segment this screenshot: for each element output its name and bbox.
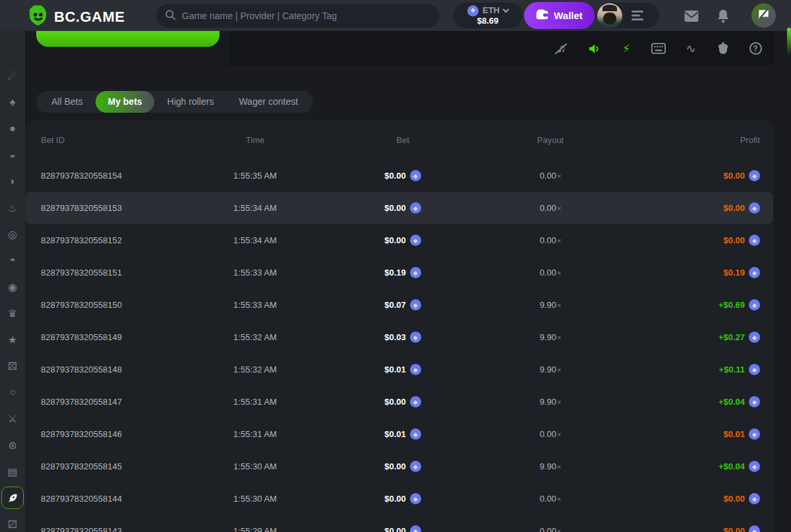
time-cell: 1:55:30 AM	[186, 494, 324, 504]
music-off-icon[interactable]: ♫	[554, 42, 569, 56]
bet-amount-cell: $0.01◆	[324, 429, 481, 440]
notifications-bell-icon[interactable]	[715, 7, 732, 24]
payout-cell: 9.90×	[481, 300, 620, 310]
user-avatar[interactable]	[597, 3, 622, 28]
profit-cell: $0.00◆	[620, 493, 760, 504]
profit-cell: $0.00◆	[620, 525, 760, 532]
wallet-button[interactable]: Wallet	[524, 2, 595, 29]
eth-coin-icon: ◆	[749, 299, 760, 310]
sidebar-item-box-dice-game-icon[interactable]: ⚄	[0, 353, 25, 379]
live-stats-icon[interactable]: ∿	[684, 42, 698, 56]
sidebar-item-crash-comet-game-icon[interactable]: ☄	[0, 63, 25, 89]
sidebar-item-ufo-game-icon[interactable]: ⊛	[0, 432, 25, 458]
page-scrollbar-thumb[interactable]	[787, 28, 791, 55]
column-header-bet-id: Bet ID	[41, 135, 186, 145]
turbo-bets-icon[interactable]: ⚡	[619, 42, 633, 56]
eth-coin-icon: ◆	[467, 5, 479, 16]
help-icon[interactable]: ?	[748, 42, 763, 56]
sidebar-item-rocket-game-icon[interactable]	[0, 485, 25, 511]
tab-high-rollers[interactable]: High rollers	[156, 91, 226, 113]
chevron-down-icon	[503, 7, 510, 13]
tab-all-bets[interactable]: All Bets	[40, 91, 94, 113]
bet-id-cell: 82879378320558149	[41, 332, 186, 342]
table-row[interactable]: 828793783205581491:55:32 AM$0.03◆9.90×+$…	[25, 321, 773, 353]
bet-amount-cell: $0.00◆	[324, 461, 481, 472]
eth-coin-icon: ◆	[749, 364, 760, 375]
sidebar-item-wheel-game-icon[interactable]: ◎	[0, 221, 25, 247]
sound-on-icon[interactable]	[587, 42, 601, 56]
profile-group	[597, 3, 659, 28]
sidebar-item-keno-ball-game-icon[interactable]: ○	[0, 379, 25, 405]
fruit-game-icon: ◗	[1, 170, 24, 192]
table-row[interactable]: 828793783205581501:55:33 AM$0.07◆9.90×+$…	[25, 289, 773, 321]
profit-cell: $0.00◆	[620, 170, 760, 181]
sidebar-item-cards-game-icon[interactable]: ♠	[0, 89, 25, 115]
payout-cell: 0.00×	[481, 494, 620, 504]
eth-coin-icon: ◆	[749, 429, 760, 440]
payout-cell: 9.90×	[481, 461, 620, 471]
sidebar-item-fruit-game-icon[interactable]: ◗	[0, 168, 25, 194]
bet-slip-icon[interactable]	[631, 11, 643, 20]
helmet-game-icon: ◒	[1, 144, 24, 166]
fountain-game-icon: ♨	[1, 196, 24, 219]
sidebar-item-dice-game-icon[interactable]: ⚂	[0, 511, 25, 532]
bet-id-cell: 82879378320558143	[41, 526, 186, 532]
keno-ball-game-icon: ○	[1, 381, 24, 403]
tab-my-bets[interactable]: My bets	[96, 91, 154, 113]
bet-button[interactable]	[36, 31, 220, 47]
table-row[interactable]: 828793783205581461:55:31 AM$0.01◆0.00×$0…	[25, 418, 773, 450]
sidebar-item-sword-game-icon[interactable]: ⚔	[0, 405, 25, 432]
sidebar-item-helmet-game-icon[interactable]: ◒	[0, 142, 25, 168]
wallet-icon	[536, 9, 548, 22]
time-cell: 1:55:29 AM	[186, 526, 324, 532]
sidebar-item-coins-game-icon[interactable]: ◉	[0, 274, 25, 300]
tab-wager-contest[interactable]: Wager contest	[227, 91, 310, 113]
eth-coin-icon: ◆	[749, 493, 760, 504]
search-icon	[165, 9, 176, 23]
sidebar-item-crown-game-icon[interactable]: ♛	[0, 300, 25, 326]
column-header-bet: Bet	[324, 135, 481, 145]
profit-cell: $0.19◆	[620, 267, 760, 278]
chat-bubble-slash-icon	[757, 8, 770, 23]
currency-selector[interactable]: ◆ ETH $8.69	[454, 3, 522, 28]
table-row[interactable]: 828793783205581481:55:32 AM$0.01◆9.90×+$…	[25, 353, 773, 386]
sidebar-item-fountain-game-icon[interactable]: ♨	[0, 194, 25, 221]
dice-game-icon: ⚂	[1, 513, 24, 532]
bet-amount-cell: $0.00◆	[324, 170, 481, 181]
game-toolbar: ♫⚡∿?	[554, 31, 763, 66]
table-row[interactable]: 828793783205581531:55:34 AM$0.00◆0.00×$0…	[25, 192, 773, 224]
time-cell: 1:55:34 AM	[186, 235, 324, 245]
eth-coin-icon: ◆	[749, 525, 760, 532]
table-row[interactable]: 828793783205581521:55:34 AM$0.00◆0.00×$0…	[25, 224, 773, 256]
seeds-icon[interactable]	[716, 42, 730, 56]
eth-coin-icon: ◆	[410, 332, 421, 343]
bet-id-cell: 82879378320558151	[41, 268, 186, 278]
table-row[interactable]: 828793783205581541:55:35 AM$0.00◆0.00×$0…	[25, 160, 773, 192]
profit-cell: $0.00◆	[620, 235, 760, 246]
bet-id-cell: 82879378320558147	[41, 397, 186, 407]
eth-coin-icon: ◆	[410, 235, 421, 246]
sidebar-item-egg-game-icon[interactable]: ◓	[0, 247, 25, 274]
sidebar-item-bomb-game-icon[interactable]: ★	[0, 326, 25, 353]
eth-coin-icon: ◆	[410, 202, 421, 214]
search-input[interactable]	[182, 11, 431, 21]
table-row[interactable]: 828793783205581451:55:30 AM$0.00◆9.90×+$…	[25, 450, 773, 483]
bet-id-cell: 82879378320558152	[41, 235, 186, 245]
time-cell: 1:55:33 AM	[186, 300, 324, 310]
table-row[interactable]: 828793783205581511:55:33 AM$0.19◆0.00×$0…	[25, 256, 773, 289]
coins-game-icon: ◉	[1, 276, 24, 298]
bet-amount-cell: $0.07◆	[324, 299, 481, 310]
table-row[interactable]: 828793783205581441:55:30 AM$0.00◆0.00×$0…	[25, 483, 773, 515]
eth-coin-icon: ◆	[749, 235, 760, 246]
hotkeys-icon[interactable]	[651, 42, 666, 56]
table-row[interactable]: 828793783205581471:55:31 AM$0.00◆9.90×+$…	[25, 386, 773, 418]
bet-amount-cell: $0.00◆	[324, 525, 481, 532]
bc-game-logo[interactable]: BC.GAME	[28, 5, 125, 29]
mail-icon[interactable]	[683, 7, 700, 24]
sidebar-item-plinko-ball-game-icon[interactable]: ●	[0, 115, 25, 142]
game-search-bar[interactable]	[156, 4, 440, 28]
chat-toggle-button[interactable]	[751, 3, 776, 28]
sidebar-item-cards-stack-game-icon[interactable]: ▤	[0, 458, 25, 485]
table-row[interactable]: 828793783205581431:55:29 AM$0.00◆0.00×$0…	[25, 515, 773, 532]
eth-coin-icon: ◆	[749, 332, 760, 343]
